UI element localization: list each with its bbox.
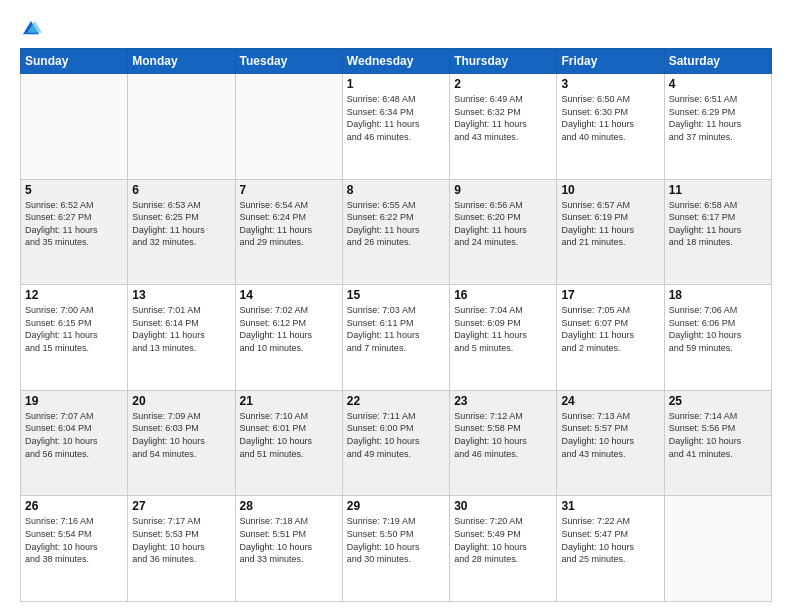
- calendar-cell: 22Sunrise: 7:11 AM Sunset: 6:00 PM Dayli…: [342, 390, 449, 496]
- day-number: 8: [347, 183, 445, 197]
- day-info: Sunrise: 7:13 AM Sunset: 5:57 PM Dayligh…: [561, 410, 659, 460]
- weekday-row: SundayMondayTuesdayWednesdayThursdayFrid…: [21, 49, 772, 74]
- calendar-cell: 18Sunrise: 7:06 AM Sunset: 6:06 PM Dayli…: [664, 285, 771, 391]
- day-number: 10: [561, 183, 659, 197]
- calendar-week: 26Sunrise: 7:16 AM Sunset: 5:54 PM Dayli…: [21, 496, 772, 602]
- day-number: 24: [561, 394, 659, 408]
- day-info: Sunrise: 7:14 AM Sunset: 5:56 PM Dayligh…: [669, 410, 767, 460]
- day-info: Sunrise: 7:02 AM Sunset: 6:12 PM Dayligh…: [240, 304, 338, 354]
- calendar-cell: 24Sunrise: 7:13 AM Sunset: 5:57 PM Dayli…: [557, 390, 664, 496]
- day-number: 29: [347, 499, 445, 513]
- day-info: Sunrise: 7:01 AM Sunset: 6:14 PM Dayligh…: [132, 304, 230, 354]
- calendar-cell: 7Sunrise: 6:54 AM Sunset: 6:24 PM Daylig…: [235, 179, 342, 285]
- day-info: Sunrise: 7:22 AM Sunset: 5:47 PM Dayligh…: [561, 515, 659, 565]
- day-number: 22: [347, 394, 445, 408]
- day-info: Sunrise: 6:49 AM Sunset: 6:32 PM Dayligh…: [454, 93, 552, 143]
- calendar-cell: [128, 74, 235, 180]
- calendar-cell: 6Sunrise: 6:53 AM Sunset: 6:25 PM Daylig…: [128, 179, 235, 285]
- day-number: 13: [132, 288, 230, 302]
- day-info: Sunrise: 7:06 AM Sunset: 6:06 PM Dayligh…: [669, 304, 767, 354]
- calendar-header: SundayMondayTuesdayWednesdayThursdayFrid…: [21, 49, 772, 74]
- logo: [20, 18, 46, 40]
- weekday-header: Monday: [128, 49, 235, 74]
- calendar-cell: 15Sunrise: 7:03 AM Sunset: 6:11 PM Dayli…: [342, 285, 449, 391]
- calendar-cell: [664, 496, 771, 602]
- day-info: Sunrise: 7:11 AM Sunset: 6:00 PM Dayligh…: [347, 410, 445, 460]
- day-number: 12: [25, 288, 123, 302]
- day-info: Sunrise: 7:03 AM Sunset: 6:11 PM Dayligh…: [347, 304, 445, 354]
- day-number: 30: [454, 499, 552, 513]
- day-number: 14: [240, 288, 338, 302]
- calendar-cell: [21, 74, 128, 180]
- day-info: Sunrise: 6:55 AM Sunset: 6:22 PM Dayligh…: [347, 199, 445, 249]
- weekday-header: Wednesday: [342, 49, 449, 74]
- day-number: 3: [561, 77, 659, 91]
- calendar-cell: 26Sunrise: 7:16 AM Sunset: 5:54 PM Dayli…: [21, 496, 128, 602]
- day-number: 19: [25, 394, 123, 408]
- calendar-cell: 11Sunrise: 6:58 AM Sunset: 6:17 PM Dayli…: [664, 179, 771, 285]
- calendar-cell: 9Sunrise: 6:56 AM Sunset: 6:20 PM Daylig…: [450, 179, 557, 285]
- calendar-cell: 23Sunrise: 7:12 AM Sunset: 5:58 PM Dayli…: [450, 390, 557, 496]
- day-number: 9: [454, 183, 552, 197]
- calendar-cell: 1Sunrise: 6:48 AM Sunset: 6:34 PM Daylig…: [342, 74, 449, 180]
- calendar-week: 12Sunrise: 7:00 AM Sunset: 6:15 PM Dayli…: [21, 285, 772, 391]
- day-info: Sunrise: 6:54 AM Sunset: 6:24 PM Dayligh…: [240, 199, 338, 249]
- day-number: 18: [669, 288, 767, 302]
- calendar-cell: 16Sunrise: 7:04 AM Sunset: 6:09 PM Dayli…: [450, 285, 557, 391]
- calendar-body: 1Sunrise: 6:48 AM Sunset: 6:34 PM Daylig…: [21, 74, 772, 602]
- weekday-header: Saturday: [664, 49, 771, 74]
- calendar-cell: 28Sunrise: 7:18 AM Sunset: 5:51 PM Dayli…: [235, 496, 342, 602]
- day-info: Sunrise: 7:00 AM Sunset: 6:15 PM Dayligh…: [25, 304, 123, 354]
- day-info: Sunrise: 7:20 AM Sunset: 5:49 PM Dayligh…: [454, 515, 552, 565]
- header: [20, 18, 772, 40]
- day-number: 21: [240, 394, 338, 408]
- calendar: SundayMondayTuesdayWednesdayThursdayFrid…: [20, 48, 772, 602]
- calendar-cell: 5Sunrise: 6:52 AM Sunset: 6:27 PM Daylig…: [21, 179, 128, 285]
- calendar-cell: 2Sunrise: 6:49 AM Sunset: 6:32 PM Daylig…: [450, 74, 557, 180]
- weekday-header: Friday: [557, 49, 664, 74]
- weekday-header: Thursday: [450, 49, 557, 74]
- day-number: 17: [561, 288, 659, 302]
- day-info: Sunrise: 6:48 AM Sunset: 6:34 PM Dayligh…: [347, 93, 445, 143]
- calendar-week: 5Sunrise: 6:52 AM Sunset: 6:27 PM Daylig…: [21, 179, 772, 285]
- day-number: 6: [132, 183, 230, 197]
- day-number: 7: [240, 183, 338, 197]
- day-info: Sunrise: 7:10 AM Sunset: 6:01 PM Dayligh…: [240, 410, 338, 460]
- calendar-cell: 30Sunrise: 7:20 AM Sunset: 5:49 PM Dayli…: [450, 496, 557, 602]
- calendar-cell: 13Sunrise: 7:01 AM Sunset: 6:14 PM Dayli…: [128, 285, 235, 391]
- day-info: Sunrise: 7:12 AM Sunset: 5:58 PM Dayligh…: [454, 410, 552, 460]
- calendar-cell: 21Sunrise: 7:10 AM Sunset: 6:01 PM Dayli…: [235, 390, 342, 496]
- day-info: Sunrise: 6:57 AM Sunset: 6:19 PM Dayligh…: [561, 199, 659, 249]
- day-info: Sunrise: 6:52 AM Sunset: 6:27 PM Dayligh…: [25, 199, 123, 249]
- calendar-cell: 27Sunrise: 7:17 AM Sunset: 5:53 PM Dayli…: [128, 496, 235, 602]
- day-info: Sunrise: 7:18 AM Sunset: 5:51 PM Dayligh…: [240, 515, 338, 565]
- day-info: Sunrise: 7:04 AM Sunset: 6:09 PM Dayligh…: [454, 304, 552, 354]
- day-info: Sunrise: 7:05 AM Sunset: 6:07 PM Dayligh…: [561, 304, 659, 354]
- day-info: Sunrise: 6:58 AM Sunset: 6:17 PM Dayligh…: [669, 199, 767, 249]
- day-number: 25: [669, 394, 767, 408]
- day-info: Sunrise: 7:17 AM Sunset: 5:53 PM Dayligh…: [132, 515, 230, 565]
- day-info: Sunrise: 7:19 AM Sunset: 5:50 PM Dayligh…: [347, 515, 445, 565]
- day-number: 16: [454, 288, 552, 302]
- day-info: Sunrise: 7:16 AM Sunset: 5:54 PM Dayligh…: [25, 515, 123, 565]
- calendar-cell: 3Sunrise: 6:50 AM Sunset: 6:30 PM Daylig…: [557, 74, 664, 180]
- calendar-week: 19Sunrise: 7:07 AM Sunset: 6:04 PM Dayli…: [21, 390, 772, 496]
- day-number: 23: [454, 394, 552, 408]
- day-info: Sunrise: 6:56 AM Sunset: 6:20 PM Dayligh…: [454, 199, 552, 249]
- day-number: 11: [669, 183, 767, 197]
- weekday-header: Sunday: [21, 49, 128, 74]
- day-info: Sunrise: 7:09 AM Sunset: 6:03 PM Dayligh…: [132, 410, 230, 460]
- day-info: Sunrise: 6:50 AM Sunset: 6:30 PM Dayligh…: [561, 93, 659, 143]
- calendar-cell: 19Sunrise: 7:07 AM Sunset: 6:04 PM Dayli…: [21, 390, 128, 496]
- day-number: 28: [240, 499, 338, 513]
- calendar-cell: 29Sunrise: 7:19 AM Sunset: 5:50 PM Dayli…: [342, 496, 449, 602]
- calendar-cell: 12Sunrise: 7:00 AM Sunset: 6:15 PM Dayli…: [21, 285, 128, 391]
- page: SundayMondayTuesdayWednesdayThursdayFrid…: [0, 0, 792, 612]
- day-info: Sunrise: 7:07 AM Sunset: 6:04 PM Dayligh…: [25, 410, 123, 460]
- calendar-cell: 31Sunrise: 7:22 AM Sunset: 5:47 PM Dayli…: [557, 496, 664, 602]
- day-number: 1: [347, 77, 445, 91]
- calendar-cell: [235, 74, 342, 180]
- calendar-cell: 20Sunrise: 7:09 AM Sunset: 6:03 PM Dayli…: [128, 390, 235, 496]
- day-number: 26: [25, 499, 123, 513]
- calendar-cell: 14Sunrise: 7:02 AM Sunset: 6:12 PM Dayli…: [235, 285, 342, 391]
